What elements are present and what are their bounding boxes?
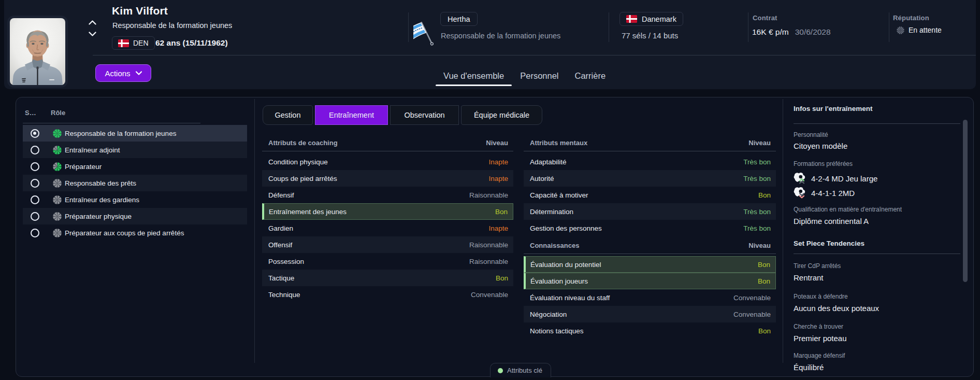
attribute-level: Convenable (733, 311, 771, 318)
sidebar-divider (794, 123, 960, 124)
attribute-row[interactable]: Entraînement des jeunesBon (262, 203, 513, 220)
table-title: Connaissances (530, 242, 579, 249)
nationality-badge[interactable]: DEN (112, 36, 155, 50)
radio-unselected[interactable] (31, 162, 39, 171)
role-row[interactable]: Préparateur (23, 158, 247, 175)
role-label: Préparateur physique (65, 213, 132, 220)
scrollbar-thumb[interactable] (963, 120, 968, 282)
role-suitability-icon (53, 146, 62, 154)
club-badge[interactable]: Hertha (440, 12, 478, 26)
attribute-row[interactable]: Notions tactiquesBon (524, 322, 776, 339)
attribute-row[interactable]: PossessionRaisonnable (262, 253, 513, 270)
attribute-label: Détermination (530, 208, 573, 216)
staff-age: 62 ans (15/11/1962) (155, 38, 228, 48)
international-record: 77 séls / 14 buts (622, 31, 678, 40)
nation-badge[interactable]: Danemark (619, 12, 683, 26)
role-suitability-pie-icon (53, 162, 62, 171)
reputation-value-row: En attente (897, 26, 942, 34)
attribute-row[interactable]: NégociationConvenable (524, 306, 776, 322)
roles-table-header: S… Rôle (23, 97, 247, 125)
attribute-row[interactable]: Évaluation du potentielBon (524, 256, 776, 273)
subtab-observation[interactable]: Observation (390, 105, 459, 125)
subtab--quipe-m-dicale[interactable]: Équipe médicale (461, 105, 542, 125)
tab-personnel[interactable]: Personnel (512, 66, 566, 85)
role-row[interactable]: Responsable de la formation jeunes (23, 125, 247, 142)
attribute-row[interactable]: Évaluation niveau du staffConvenable (524, 289, 776, 306)
attribute-row[interactable]: AdaptabilitéTrès bon (524, 153, 776, 170)
subtab-gestion[interactable]: Gestion (263, 105, 313, 125)
panel-divider (254, 99, 255, 363)
set-piece-value: Rentrant (794, 273, 824, 282)
column-header-selection[interactable]: S… (25, 109, 36, 117)
reputation-value: En attente (909, 26, 942, 34)
attribute-row[interactable]: GardienInapte (262, 220, 513, 236)
knowledge-attributes-table: Connaissances Niveau Évaluation du poten… (524, 241, 776, 339)
role-label: Préparateur aux coups de pied arrêtés (65, 229, 184, 237)
attribute-row[interactable]: Évaluation joueursBon (524, 273, 776, 289)
role-row[interactable]: Préparateur physique (23, 208, 247, 224)
radio-unselected[interactable] (31, 212, 39, 221)
attribute-level: Très bon (743, 175, 771, 182)
column-header-role[interactable]: Rôle (51, 109, 65, 117)
mental-attributes-header: Attributs mentaux Niveau (524, 138, 776, 151)
role-row[interactable]: Préparateur aux coups de pied arrêtés (23, 224, 247, 241)
role-row[interactable]: Entraîneur adjoint (23, 142, 247, 158)
set-piece-label: Marquage défensif (794, 352, 845, 359)
attribute-row[interactable]: DéterminationTrès bon (524, 203, 776, 220)
role-suitability-pie-icon (53, 129, 62, 138)
club-crest-icon (413, 20, 437, 50)
overview-panel: S… Rôle Responsable de la formation jeun… (16, 97, 974, 377)
reputation-label: Réputation (893, 14, 929, 22)
attribute-level: Bon (758, 277, 770, 285)
attribute-label: Évaluation joueurs (530, 277, 588, 285)
knowledge-attributes-header: Connaissances Niveau (524, 241, 776, 254)
attribute-label: Entraînement des jeunes (269, 208, 347, 216)
subtab-entra-nement[interactable]: Entraînement (315, 105, 388, 125)
actions-button[interactable]: Actions (95, 64, 151, 82)
attribute-row[interactable]: AutoritéTrès bon (524, 170, 776, 187)
role-row[interactable]: Responsable des prêts (23, 175, 247, 191)
tab-carri-re[interactable]: Carrière (567, 66, 614, 85)
attribute-row[interactable]: Capacité à motiverBon (524, 187, 776, 203)
set-piece-label: Tirer CdP arrêtés (794, 262, 841, 270)
actions-button-label: Actions (105, 69, 130, 78)
chevron-down-icon (89, 32, 96, 36)
attribute-level: Convenable (471, 291, 508, 299)
denmark-flag-icon (626, 15, 637, 23)
attribute-row[interactable]: Condition physiqueInapte (262, 153, 513, 170)
formation-blob-icon (794, 187, 806, 199)
attribute-row[interactable]: TactiqueBon (262, 270, 513, 286)
radio-unselected[interactable] (31, 195, 39, 204)
attribute-level: Raisonnable (469, 258, 508, 265)
formation-name: 4-2-4 MD Jeu large (811, 174, 877, 183)
personality-value[interactable]: Citoyen modèle (794, 142, 847, 150)
radio-unselected[interactable] (31, 179, 39, 188)
table-title: Attributs de coaching (268, 139, 338, 147)
knowledge-attribute-rows: Évaluation du potentielBonÉvaluation jou… (524, 256, 776, 339)
attribute-level: Inapte (488, 224, 508, 232)
attribute-row[interactable]: DéfensifRaisonnable (262, 187, 513, 203)
attribute-row[interactable]: Coups de pied arrêtésInapte (262, 170, 513, 187)
next-person-button[interactable] (85, 28, 99, 39)
preferred-formation-item[interactable]: 4-2-4 MD Jeu large (794, 172, 877, 185)
preferred-formation-item[interactable]: 4-4-1-1 2MD (794, 187, 855, 199)
radio-unselected[interactable] (31, 146, 39, 154)
attribute-row[interactable]: OffensifRaisonnable (262, 236, 513, 253)
radio-unselected[interactable] (31, 229, 39, 237)
coaching-attributes-table: Attributs de coaching Niveau Condition p… (262, 138, 513, 303)
previous-person-button[interactable] (85, 17, 99, 28)
radio-selected[interactable] (31, 129, 39, 138)
attribute-row[interactable]: TechniqueConvenable (262, 286, 513, 303)
nation-name: Danemark (642, 15, 676, 23)
main-tabs: Vue d'ensemblePersonnelCarrière (436, 66, 613, 85)
role-row[interactable]: Entraîneur des gardiens (23, 191, 247, 208)
tab-vue-d-ensemble[interactable]: Vue d'ensemble (436, 66, 512, 85)
panel-divider (783, 99, 783, 363)
attribute-label: Possession (268, 258, 304, 265)
attribute-level: Inapte (488, 175, 508, 182)
attribute-label: Évaluation niveau du staff (530, 294, 610, 302)
role-label: Responsable de la formation jeunes (65, 130, 176, 137)
set-piece-value: Aucun des deux poteaux (794, 304, 879, 313)
attribute-level: Bon (758, 261, 770, 269)
attribute-row[interactable]: Gestion des personnesTrès bon (524, 220, 776, 236)
